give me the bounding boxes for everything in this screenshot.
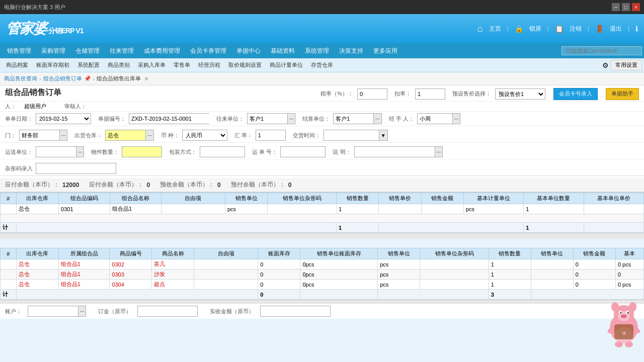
exit-link[interactable]: 退出 [610, 25, 622, 33]
ship-unit-dots-btn[interactable]: ··· [76, 146, 84, 157]
col-l-qty: 销售数量 [489, 248, 531, 259]
nav-warehouse[interactable]: 仓储管理 [70, 43, 105, 58]
pre-pay-label: 预付余额（本币）： [231, 180, 285, 189]
gear-icon: ⚙ [602, 61, 609, 69]
parts-count-input[interactable] [122, 146, 162, 157]
logout-link[interactable]: 注销 [570, 25, 582, 33]
nav-search-input[interactable] [561, 46, 642, 55]
pre-pay-value: 0 [288, 182, 292, 189]
table-row[interactable]: 总仓 组合品1 0304 超点 0 0pcs pcs 1 0 0 pcs [1, 280, 644, 290]
upper-total-row: 计 1 1 [1, 223, 644, 233]
account-input[interactable] [28, 306, 78, 317]
close-btn[interactable]: × [632, 3, 640, 11]
sub-nav-warehouse[interactable]: 存货仓库 [307, 58, 337, 72]
upper-table-hscroll[interactable] [0, 233, 644, 239]
order-amount-input[interactable] [137, 306, 198, 317]
sub-nav-purchase-in[interactable]: 采购入库单 [134, 58, 170, 72]
settings-button[interactable]: 常用设置 [611, 60, 642, 70]
nav-basic[interactable]: 基础资料 [266, 43, 300, 58]
settle-input[interactable] [333, 113, 373, 124]
order-no-input[interactable] [129, 113, 209, 124]
presale-select[interactable]: 预设售价1 [495, 88, 545, 100]
sub-nav-config[interactable]: 系统配置 [73, 58, 104, 72]
cell-warehouse: 总仓 [16, 204, 58, 214]
lower-table-hscroll[interactable] [0, 300, 644, 303]
sub-nav-price-rule[interactable]: 取价规则设置 [224, 58, 266, 72]
tax-rate-input[interactable] [357, 88, 387, 100]
partner-dots-btn[interactable]: ··· [287, 113, 295, 124]
svg-point-9 [624, 316, 626, 317]
partner-input[interactable] [247, 113, 287, 124]
ship-unit-label: 运送单位： [5, 148, 33, 156]
nav-transaction[interactable]: 往来管理 [105, 43, 139, 58]
partner-group: ··· [247, 113, 295, 124]
exchange-input[interactable] [256, 130, 286, 141]
sub-nav-stock-init[interactable]: 账面库存期初 [32, 58, 73, 72]
trade-time-input[interactable] [324, 130, 379, 141]
sub-nav-retail[interactable]: 零售单 [170, 58, 194, 72]
account-dots-btn[interactable]: ··· [78, 306, 86, 317]
sub-nav-history[interactable]: 经营历程 [194, 58, 224, 72]
ship-no-input[interactable] [280, 146, 326, 157]
warehouse-input[interactable] [105, 130, 145, 141]
breadcrumb-close-icon[interactable]: ✕ [144, 75, 149, 82]
col-l-stock: 账面库存 [258, 248, 300, 259]
member-card-btn[interactable]: 会员卡号录入 [553, 88, 598, 100]
package-input[interactable] [200, 146, 245, 157]
maximize-btn[interactable]: □ [622, 3, 630, 11]
breadcrumb-item-2[interactable]: 组合品销售订单 [43, 75, 82, 82]
sub-nav-uom[interactable]: 商品计量单位 [266, 58, 307, 72]
col-seq: # [1, 193, 17, 204]
table-row[interactable]: 总仓 组合品1 0303 沙发 0 0pcs pcs 1 0 0 [1, 269, 644, 280]
cell-qty: 1 [337, 204, 379, 214]
col-l-sale-unit: 销售单位 [531, 248, 573, 259]
breadcrumb-item-1[interactable]: 商品售价查询 [4, 75, 37, 82]
top-form-section: 组合品销售订单 税率（%）： 扣率： 预设售价选择： 预设售价1 会员卡号录入 … [0, 85, 644, 193]
currency-select[interactable]: 人民币 [182, 130, 227, 141]
warehouse-dots-btn[interactable]: ··· [145, 130, 153, 141]
nav-sales[interactable]: 销售管理 [2, 43, 36, 58]
total-base-qty: 1 [524, 223, 584, 233]
nav-cost[interactable]: 成本费用管理 [139, 43, 185, 58]
ship-unit-input[interactable] [36, 146, 76, 157]
handler-input[interactable] [417, 113, 452, 124]
info-icon[interactable]: ℹ [635, 25, 638, 33]
nav-purchase[interactable]: 采购管理 [36, 43, 70, 58]
discount-input[interactable] [415, 88, 445, 100]
main-nav: 销售管理 采购管理 仓储管理 往来管理 成本费用管理 会员卡券管理 单据中心 基… [0, 43, 644, 58]
handler-dots-btn[interactable]: ··· [452, 113, 460, 124]
nav-system[interactable]: 系统管理 [300, 43, 334, 58]
currency-label: 币 种： [161, 132, 179, 139]
sub-nav-product[interactable]: 商品档案 [2, 58, 32, 72]
nav-more[interactable]: 更多应用 [368, 43, 403, 58]
trade-time-group: ▼ [324, 130, 388, 141]
nav-member[interactable]: 会员卡券管理 [185, 43, 231, 58]
home-link[interactable]: 主页 [489, 25, 501, 33]
dept-label: 门： [5, 132, 16, 139]
assist-btn[interactable]: 单据助手 [606, 88, 639, 100]
nav-decision[interactable]: 决策支持 [334, 43, 368, 58]
nav-voucher[interactable]: 单据中心 [231, 43, 266, 58]
minimize-btn[interactable]: ─ [612, 3, 620, 11]
trade-time-dropdown-btn[interactable]: ▼ [379, 130, 388, 141]
actual-amount-input[interactable] [260, 306, 331, 317]
note-dots-btn[interactable]: ··· [435, 146, 443, 157]
table-row[interactable]: 总仓 0301 组合品1 pcs 1 pcs 1 [1, 204, 644, 214]
col-l-seq: # [1, 248, 17, 259]
account-label: 账户： [5, 308, 22, 315]
date-input[interactable]: 2019-02-15 [36, 113, 91, 124]
col-warehouse: 出库仓库 [16, 193, 58, 204]
dept-input[interactable] [19, 130, 59, 141]
svg-point-8 [622, 316, 623, 317]
breadcrumb-pin-icon[interactable]: 📌 [84, 75, 91, 82]
note-icon: 📋 [555, 25, 564, 33]
lock-link[interactable]: 锁屏 [529, 25, 541, 33]
table-row[interactable]: 总仓 组合品1 0302 茶几 0 0pcs pcs 1 0 0 pcs [1, 259, 644, 269]
settle-dots-btn[interactable]: ··· [373, 113, 381, 124]
barcode-input[interactable] [36, 163, 116, 174]
dept-dots-btn[interactable]: ··· [59, 130, 67, 141]
sub-nav-category[interactable]: 商品类别 [104, 58, 134, 72]
svg-point-7 [621, 314, 627, 318]
settle-label: 结算单位： [302, 115, 330, 123]
note-input[interactable] [354, 146, 435, 157]
